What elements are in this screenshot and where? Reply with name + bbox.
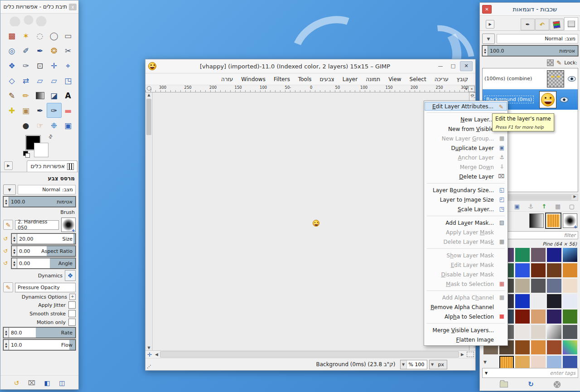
menu-item-layer-to-image-size[interactable]: Layer to Image Size◰ xyxy=(424,195,508,204)
menu-Filters[interactable]: Filters xyxy=(270,75,294,83)
pattern-swatch[interactable] xyxy=(515,294,530,308)
edit-brush-icon[interactable]: ✎ xyxy=(3,220,13,230)
dodge-burn-tool[interactable]: ● xyxy=(19,118,34,133)
menu-תמונה[interactable]: תמונה xyxy=(362,75,384,83)
eraser-tool[interactable]: ▬ xyxy=(61,103,76,118)
tab-undo-history[interactable]: ↶ xyxy=(535,19,549,30)
menu-item-delete-layer[interactable]: Delete Layer⌧ xyxy=(424,172,508,181)
menu-item-scale-layer[interactable]: Scale Layer...◳ xyxy=(424,204,508,214)
gradient-preview[interactable] xyxy=(529,213,544,228)
reset-aspect-icon[interactable]: ↺ xyxy=(3,248,10,254)
close-icon[interactable]: x xyxy=(69,4,77,10)
menu-item-flatten-image[interactable]: Flatten Image xyxy=(424,335,508,344)
perspective-tool[interactable]: ▱ xyxy=(33,73,48,88)
default-colors-icon[interactable] xyxy=(23,151,28,156)
toolbox-titlebar[interactable]: תיבת כלים - אפשרויות כלים x xyxy=(0,0,78,14)
maximize-icon[interactable]: □ xyxy=(447,62,459,71)
pencil-tool[interactable]: ✏ xyxy=(19,88,34,103)
gradient-tool[interactable] xyxy=(33,88,48,103)
tab-tool-options[interactable]: אפשרויות כלים xyxy=(27,160,77,172)
layer-opacity-slider[interactable]: ▲▼ 100.0 אטימות xyxy=(482,45,578,56)
lock-alpha-icon[interactable] xyxy=(547,59,554,66)
menu-View[interactable]: View xyxy=(385,75,405,83)
zoom-tool[interactable]: ◎ xyxy=(5,43,19,58)
paintbrush-tool[interactable]: ✎ xyxy=(5,88,19,103)
menu-Layer[interactable]: Layer xyxy=(339,75,361,83)
navigation-preview-icon[interactable] xyxy=(467,352,474,357)
motion-only-checkbox[interactable] xyxy=(68,319,76,326)
brush-preview[interactable] xyxy=(61,218,76,232)
move-tool[interactable]: ✛ xyxy=(47,58,62,73)
open-folder-icon[interactable] xyxy=(500,382,508,387)
menu-item-remove-alpha-channel[interactable]: Remove Alpha Channel xyxy=(424,302,508,312)
flow-slider[interactable]: ▲▼ 10.0 Flow xyxy=(3,339,76,350)
spinner[interactable]: ▲▼ xyxy=(12,258,17,268)
pattern-swatch[interactable] xyxy=(547,248,561,262)
pattern-swatch[interactable] xyxy=(531,310,546,324)
pattern-swatch[interactable] xyxy=(515,310,530,324)
layer-mode-select[interactable]: מצב: Normal xyxy=(497,34,578,44)
select-by-color-tool[interactable]: ▩ xyxy=(5,28,19,43)
foreground-select-tool[interactable]: ❂ xyxy=(47,43,62,58)
pattern-swatch[interactable] xyxy=(547,263,561,277)
angle-slider[interactable]: ▲▼ 0.00 Angle xyxy=(11,258,76,269)
reset-size-icon[interactable]: ↺ xyxy=(3,236,10,242)
new-layer-icon[interactable]: ▢ xyxy=(569,203,575,210)
dynamics-select[interactable]: Pressure Opacity xyxy=(15,283,76,292)
spinner[interactable]: ▲▼ xyxy=(12,246,17,256)
hscroll-thumb[interactable] xyxy=(160,351,459,358)
image-titlebar[interactable]: [vhappy] (imported)-11.0 (Indexed color,… xyxy=(145,59,475,73)
scissors-select-tool[interactable]: ✂ xyxy=(61,43,76,58)
size-slider[interactable]: ▲▼ 20.00 Size xyxy=(11,233,76,244)
pattern-swatch[interactable] xyxy=(531,279,546,293)
pan-icon[interactable]: ✛ xyxy=(145,351,154,358)
smudge-tool[interactable]: ☞ xyxy=(33,118,48,133)
pattern-swatch[interactable] xyxy=(531,340,546,354)
airbrush-tool[interactable]: ✑ xyxy=(47,103,62,118)
heal-tool[interactable]: ✚ xyxy=(5,103,19,118)
crop-tool[interactable]: ⊡ xyxy=(33,58,48,73)
pattern-swatch[interactable] xyxy=(515,340,530,354)
pattern-swatch[interactable] xyxy=(515,248,530,262)
menu-Windows[interactable]: Windows xyxy=(237,75,269,83)
pattern-swatch[interactable] xyxy=(531,325,546,339)
pattern-swatch[interactable] xyxy=(563,340,577,354)
scale-tool[interactable]: ◳ xyxy=(61,73,76,88)
mode-dropdown-button[interactable]: ▼ xyxy=(3,184,16,195)
cage-transform-tool[interactable]: ◇ xyxy=(5,73,19,88)
clone-tool[interactable]: ▣ xyxy=(19,103,34,118)
pattern-swatch[interactable] xyxy=(563,263,577,277)
canvas[interactable] xyxy=(153,92,469,350)
align-tool[interactable]: ❖ xyxy=(5,58,19,73)
shear-tool[interactable]: ▱ xyxy=(47,73,62,88)
bucket-fill-tool[interactable]: ◪ xyxy=(47,88,62,103)
tab-paths[interactable]: ✒ xyxy=(521,19,535,30)
spinner[interactable]: ▲▼ xyxy=(4,197,9,207)
text-tool[interactable]: A xyxy=(61,88,76,103)
scroll-up-icon[interactable]: ▲ xyxy=(145,93,152,97)
menu-עזרה[interactable]: עזרה xyxy=(218,75,237,83)
brush-preview[interactable] xyxy=(563,213,577,228)
pattern-swatch[interactable] xyxy=(515,279,530,293)
pattern-preview[interactable] xyxy=(546,213,561,228)
minimize-icon[interactable]: — xyxy=(435,62,446,71)
raise-layer-icon[interactable]: ↑ xyxy=(542,203,547,210)
grid-scroll-down-icon[interactable]: ▼ xyxy=(483,360,487,364)
menu-item-alpha-to-selection[interactable]: Alpha to Selection■ xyxy=(424,312,508,321)
swap-colors-icon[interactable]: ⇄ xyxy=(47,133,54,140)
anchor-layer-icon[interactable]: ⚓ xyxy=(528,203,534,210)
pattern-swatch[interactable] xyxy=(547,294,561,308)
layer-thumbnail[interactable] xyxy=(547,70,564,87)
tab-menu-button[interactable]: ▶ xyxy=(486,20,494,29)
calligraphy-tool[interactable]: ✑ xyxy=(19,58,34,73)
pattern-swatch[interactable] xyxy=(531,263,546,277)
menu-קובץ[interactable]: קובץ xyxy=(453,75,472,83)
menu-Tools[interactable]: Tools xyxy=(295,75,315,83)
menu-צבעים[interactable]: צבעים xyxy=(316,75,338,83)
vscroll-thumb[interactable] xyxy=(146,99,151,135)
background-color-swatch[interactable] xyxy=(34,143,48,157)
ruler-corner-button[interactable]: ◂ xyxy=(468,86,475,92)
lock-paint-icon[interactable]: ✎ xyxy=(556,59,561,66)
spinner[interactable]: ▲▼ xyxy=(4,328,9,338)
tab-channels[interactable] xyxy=(550,19,564,30)
